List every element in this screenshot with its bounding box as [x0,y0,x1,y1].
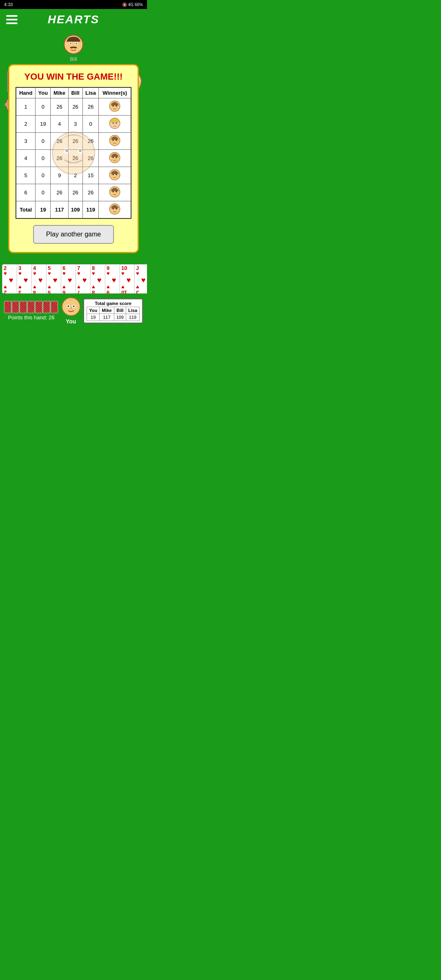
deck-card-3 [20,301,27,313]
svg-point-44 [113,191,114,192]
svg-point-3 [70,43,71,44]
svg-point-23 [65,149,68,152]
svg-point-24 [79,149,82,152]
you-player-bottom: You [61,297,81,325]
total-row: Total 19 117 109 119 [16,201,131,219]
svg-point-35 [113,140,114,141]
time: 4:33 [4,2,13,7]
deck-card-5 [35,301,42,313]
deck-card-7 [51,301,58,313]
col-you: You [36,87,51,98]
win-dialog: YOU WIN THE GAME!!! [8,64,139,253]
status-bar: 4:33 🔇 4G 66% [0,0,147,9]
cards-section: 2♥ ♥ 2♥ 3♥ ♥ 3♥ 4♥ ♥ 4♥ 5♥ ♥ 5♥ 6♥ ♥ 6♥ … [0,259,147,294]
svg-point-49 [62,298,80,316]
you-avatar [61,297,81,316]
svg-point-12 [5,103,7,106]
col-lisa: Lisa [82,87,99,98]
deck-card-6 [43,301,50,313]
svg-point-53 [73,305,74,307]
svg-point-52 [67,305,69,307]
svg-point-32 [113,122,114,124]
deck-area: Points this hand: 26 [4,301,58,321]
svg-point-38 [113,157,114,158]
svg-point-33 [116,122,117,124]
svg-point-27 [80,155,87,160]
svg-point-39 [116,157,117,158]
you-overlay-face [51,131,96,177]
header: HEARTS [0,9,147,30]
bill-name: Bill [70,56,77,62]
col-bill: Bill [68,87,82,98]
bottom-info: Points this hand: 26 You Total game scor… [0,294,147,328]
col-hand: Hand [16,87,36,98]
table-row: 6 0 26 26 26 [16,184,131,201]
points-text: Points this hand: 26 [8,314,54,321]
svg-point-48 [116,208,117,209]
deck-cards [4,301,58,313]
total-score-box: Total game score YouMikeBillLisa 1911710… [83,298,143,323]
svg-point-47 [113,208,114,209]
game-area: Bill Mike [0,30,147,259]
battery-text: 66% [135,2,143,7]
svg-point-36 [116,140,117,141]
menu-button[interactable] [6,15,18,24]
svg-point-20 [52,132,94,174]
bill-avatar [63,34,84,55]
deck-card-2 [12,301,19,313]
cards-hand: 2♥ ♥ 2♥ 3♥ ♥ 3♥ 4♥ ♥ 4♥ 5♥ ♥ 5♥ 6♥ ♥ 6♥ … [0,262,147,294]
svg-point-42 [116,174,117,175]
play-another-button[interactable]: Play another game [33,225,114,244]
total-score-table: YouMikeBillLisa 19117109119 [87,307,140,321]
table-row: 1 0 26 26 26 [16,98,131,116]
total-score-title: Total game score [87,301,140,306]
app-title: HEARTS [18,13,129,26]
table-row: 2 19 4 3 0 [16,116,131,133]
col-winner: Winner(s) [99,87,131,98]
deck-card-4 [27,301,35,313]
player-top: Bill [4,34,143,62]
svg-point-25 [72,155,76,158]
signal-icon: 4G [128,2,134,7]
svg-point-41 [113,174,114,175]
you-label: You [66,318,76,325]
mute-icon: 🔇 [122,2,127,7]
svg-point-4 [76,43,77,44]
deck-card-1 [4,301,11,313]
win-title: YOU WIN THE GAME!!! [16,71,131,82]
svg-point-30 [116,105,117,107]
card[interactable]: J♥ ♥ J♥ [134,264,147,294]
svg-point-29 [113,105,114,107]
svg-point-26 [60,155,67,160]
svg-point-54 [70,307,72,309]
svg-point-45 [116,191,117,192]
col-mike: Mike [51,87,68,98]
status-icons: 🔇 4G 66% [122,2,143,7]
